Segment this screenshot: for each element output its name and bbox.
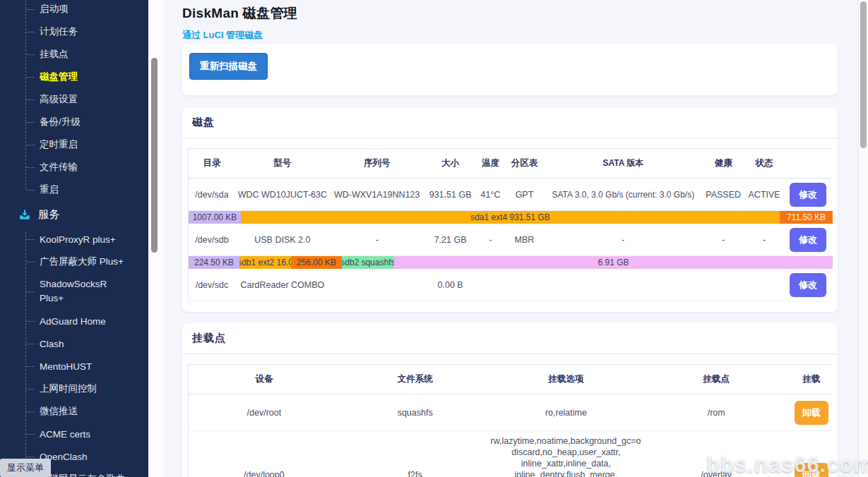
sidebar-item-time-control[interactable]: 上网时间控制: [0, 378, 148, 400]
sidebar-item-acme-certs[interactable]: ACME certs: [0, 423, 148, 445]
modify-sdb-button[interactable]: 修改: [790, 228, 826, 252]
sidebar-item-label: AdGuard Home: [40, 316, 106, 327]
page-scrollbar-thumb[interactable]: [860, 1, 867, 148]
partition-segment: 711.50 KB: [780, 211, 833, 224]
disk-model: USB DISK 2.0: [235, 235, 330, 245]
sidebar-item-adguard-home[interactable]: AdGuard Home: [0, 310, 148, 332]
mount-options: ro,relatime: [491, 408, 642, 418]
sidebar-nav: 启动项 计划任务 挂载点 磁盘管理 高级设置 备份/升级 定时重启 文件传输 重…: [0, 0, 148, 477]
disk-dir: /dev/sdc: [189, 280, 235, 290]
col-sata-version: SATA 版本: [544, 157, 702, 169]
sidebar-item-label: MentoHUST: [40, 361, 92, 372]
disk-model: WDC WD10JUCT-63C: [235, 190, 330, 200]
disk-status: ACTIVE: [744, 190, 784, 200]
disk-table: 目录 型号 序列号 大小 温度 分区表 SATA 版本 健康 状态 /dev/s…: [188, 148, 832, 301]
disk-ptable: GPT: [505, 190, 545, 200]
rescan-card: 重新扫描磁盘: [182, 44, 838, 95]
disk-section-title: 磁盘: [182, 107, 838, 138]
sidebar-item-label: ShadowSocksR Plus+: [40, 277, 126, 306]
sidebar-scrollbar-track: [148, 0, 164, 477]
disk-sata: SATA 3.0, 3.0 Gb/s (current: 3.0 Gb/s): [544, 190, 702, 200]
col-mount: 挂载: [791, 373, 832, 385]
partition-segment: sdb1 ext2 16.0: [239, 256, 291, 269]
col-model: 型号: [235, 157, 330, 169]
mount-device: /dev/root: [189, 408, 340, 418]
col-serial: 序列号: [330, 157, 424, 169]
sidebar-item-label: 高级设置: [40, 93, 78, 106]
page-title: DiskMan 磁盘管理: [182, 0, 838, 23]
sidebar-item-label: 计划任务: [40, 25, 78, 38]
sidebar-item-label: 挂载点: [40, 48, 69, 61]
rescan-disks-button[interactable]: 重新扫描磁盘: [189, 53, 268, 80]
mount-point: /rom: [641, 408, 791, 418]
disk-size: 0.00 B: [424, 280, 477, 290]
sidebar-item-diskman[interactable]: 磁盘管理: [0, 66, 148, 88]
mount-table: 设备 文件系统 挂载选项 挂载点 挂载 /dev/root squashfs r…: [188, 364, 832, 477]
sidebar-item-ssr-plus[interactable]: ShadowSocksR Plus+: [0, 273, 148, 310]
partition-segment: 256.00 KB: [291, 256, 342, 269]
unmount-overlay-button[interactable]: 卸载: [795, 463, 828, 477]
sidebar-item-mentohust[interactable]: MentoHUST: [0, 355, 148, 378]
main-content: DiskMan 磁盘管理 通过 LuCI 管理磁盘 重新扫描磁盘 磁盘 目录 型…: [164, 0, 868, 477]
disk-sata: -: [544, 235, 702, 245]
sidebar-item-wechat-push[interactable]: 微信推送: [0, 400, 148, 423]
show-menu-button[interactable]: 显示菜单: [0, 459, 51, 477]
sidebar-item-startup[interactable]: 启动项: [0, 0, 148, 20]
modify-sdc-button[interactable]: 修改: [790, 273, 826, 297]
disk-ptable: MBR: [505, 235, 545, 245]
sidebar-item-label: 上网时间控制: [40, 382, 97, 395]
sidebar-item-advanced[interactable]: 高级设置: [0, 88, 148, 111]
sidebar-item-label: ACME certs: [40, 429, 90, 440]
mount-options: rw,lazytime,noatime,background_gc=on, di…: [491, 431, 642, 477]
page-scrollbar-track: [858, 0, 868, 477]
partition-bar-sda: 1007.00 KB sda1 ext4 931.51 GB 711.50 KB: [189, 211, 833, 224]
sidebar-section-services[interactable]: 服务: [0, 201, 148, 228]
sidebar-item-backup[interactable]: 备份/升级: [0, 111, 148, 133]
partition-segment: sda1 ext4 931.51 GB: [241, 211, 780, 224]
disk-row-sda: /dev/sda WDC WD10JUCT-63C WD-WXV1A19NN12…: [189, 179, 832, 211]
partition-segment: 6.91 GB: [394, 256, 833, 269]
sidebar-item-label: 文件传输: [40, 161, 78, 174]
sidebar-item-label: 微信推送: [40, 405, 78, 418]
sidebar-item-reboot[interactable]: 重启: [0, 179, 148, 201]
mount-row-root: /dev/root squashfs ro,relatime /rom 卸载: [189, 394, 832, 431]
sidebar-item-label: 启动项: [40, 3, 69, 16]
sidebar-item-clash[interactable]: Clash: [0, 332, 148, 355]
col-size: 大小: [424, 157, 477, 169]
mount-fs: f2fs: [340, 470, 491, 477]
disk-health: PASSED: [702, 190, 744, 200]
disk-dir: /dev/sdb: [189, 235, 235, 245]
sidebar-scrollbar-thumb[interactable]: [151, 58, 157, 253]
sidebar-item-label: 备份/升级: [40, 116, 81, 128]
col-directory: 目录: [189, 157, 235, 169]
col-device: 设备: [189, 373, 340, 385]
sidebar-item-scheduled-reboot[interactable]: 定时重启: [0, 133, 148, 156]
mount-card: 挂载点 设备 文件系统 挂载选项 挂载点 挂载 /dev/root squash…: [182, 323, 838, 477]
disk-model: CardReader COMBO: [235, 280, 330, 290]
sidebar-item-label: 解锁网易云灰色歌曲: [40, 473, 126, 477]
sidebar-item-cron[interactable]: 计划任务: [0, 20, 148, 43]
mount-device: /dev/loop0: [189, 470, 340, 477]
sidebar-item-file-transfer[interactable]: 文件传输: [0, 156, 148, 179]
sidebar-item-mounts[interactable]: 挂载点: [0, 43, 148, 66]
sidebar-item-label: Clash: [40, 339, 64, 349]
disk-health: -: [702, 235, 744, 245]
partition-segment: 224.50 KB: [189, 256, 239, 269]
partition-segment: sdb2 squashfs: [342, 256, 394, 269]
mount-table-header: 设备 文件系统 挂载选项 挂载点 挂载: [189, 365, 832, 394]
mount-row-loop0: /dev/loop0 f2fs rw,lazytime,noatime,back…: [189, 431, 832, 477]
luci-manage-link[interactable]: 通过 LuCI 管理磁盘: [182, 29, 263, 42]
sidebar-menu: 启动项 计划任务 挂载点 磁盘管理 高级设置 备份/升级 定时重启 文件传输 重…: [0, 0, 148, 477]
disk-serial: -: [330, 235, 424, 245]
disk-card: 磁盘 目录 型号 序列号 大小 温度 分区表 SATA 版本 健康 状态: [182, 107, 838, 312]
unmount-rom-button[interactable]: 卸载: [795, 401, 828, 425]
sidebar-item-koolproxyr[interactable]: KoolProxyR plus+: [0, 228, 148, 250]
sidebar-item-label: KoolProxyR plus+: [40, 234, 116, 245]
sidebar-item-adblock-master[interactable]: 广告屏蔽大师 Plus+: [0, 250, 148, 273]
diskman-page: 启动项 计划任务 挂载点 磁盘管理 高级设置 备份/升级 定时重启 文件传输 重…: [0, 0, 868, 477]
disk-size: 931.51 GB: [424, 190, 477, 200]
col-temperature: 温度: [477, 157, 505, 169]
download-tray-icon: [18, 208, 31, 221]
modify-sda-button[interactable]: 修改: [790, 183, 826, 207]
sidebar-item-label: 重启: [40, 183, 59, 196]
